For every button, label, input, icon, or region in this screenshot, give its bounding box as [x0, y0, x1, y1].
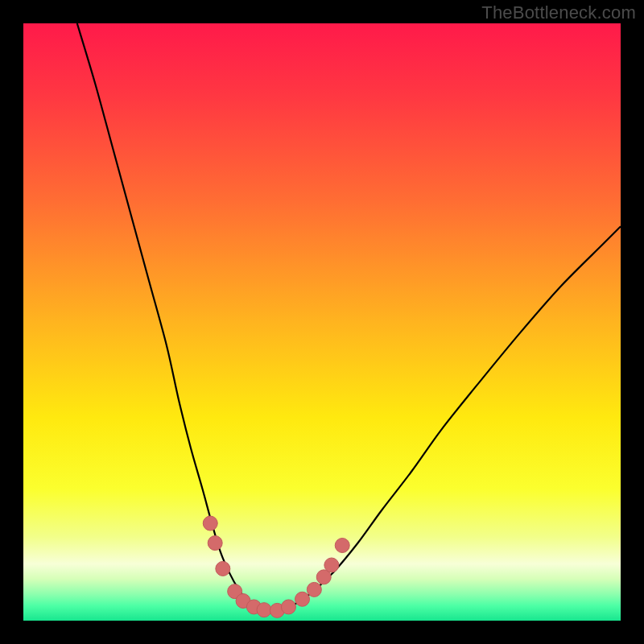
highlight-point [203, 516, 217, 530]
gradient-background [23, 23, 621, 621]
highlight-point [324, 558, 339, 572]
highlight-point [257, 603, 271, 617]
chart-frame: TheBottleneck.com [0, 0, 644, 644]
highlight-point [216, 561, 230, 576]
highlight-point [307, 582, 321, 597]
highlight-point [281, 600, 295, 614]
highlight-point [295, 592, 310, 606]
watermark-text: TheBottleneck.com [481, 2, 636, 23]
highlight-point [208, 536, 222, 551]
bottleneck-chart [23, 23, 621, 621]
highlight-point [335, 539, 349, 553]
chart-plot-area [23, 23, 621, 621]
